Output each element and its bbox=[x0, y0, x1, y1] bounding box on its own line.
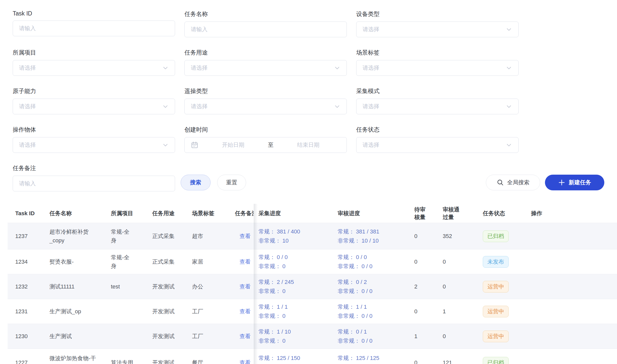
status-badge: 运营中 bbox=[483, 306, 509, 317]
task-id-input[interactable] bbox=[13, 21, 175, 36]
filter-field-teleop-type: 遥操类型 请选择 bbox=[184, 87, 347, 114]
date-range-picker[interactable]: 开始日期 至 结束日期 bbox=[184, 137, 347, 153]
chevron-down-icon bbox=[162, 103, 169, 110]
purpose-select[interactable]: 请选择 bbox=[184, 60, 347, 76]
actions-cell bbox=[531, 327, 565, 346]
table-body: 1237 超市冷鲜柜补货_copy 常规-全身 正式采集 超市 查看 常规： 3… bbox=[8, 223, 617, 364]
collect-progress-cell: 常规： 125 / 150非常规： 0 bbox=[259, 354, 300, 364]
filter-field-atomic-ability: 原子能力 请选择 bbox=[13, 87, 175, 114]
table-row: 1237 超市冷鲜柜补货_copy 常规-全身 正式采集 超市 查看 常规： 3… bbox=[8, 223, 617, 249]
col-header-task-name: 任务名称 bbox=[49, 210, 111, 217]
col-header-scene-tag: 场景标签 bbox=[192, 210, 235, 217]
approved-count-cell: 1 bbox=[443, 308, 446, 315]
pending-count-cell: 0 bbox=[414, 359, 417, 364]
calendar-icon bbox=[191, 141, 198, 149]
filter-field-task-name: 任务名称 bbox=[184, 10, 347, 37]
field-label: 任务状态 bbox=[356, 126, 519, 134]
start-date-placeholder[interactable]: 开始日期 bbox=[201, 141, 265, 149]
collect-progress-cell: 常规： 0 / 0非常规： 0 bbox=[259, 253, 288, 271]
new-task-button[interactable]: 新建任务 bbox=[545, 175, 604, 190]
table-row: 1234 熨烫衣服- 常规-全身 正式采集 家居 查看 常规： 0 / 0非常规… bbox=[8, 249, 617, 274]
task-name-cell: 测试11111 bbox=[49, 282, 75, 291]
filter-field-remark: 任务备注 bbox=[13, 164, 175, 191]
col-header-purpose: 任务用途 bbox=[152, 210, 192, 217]
chevron-down-icon bbox=[162, 142, 169, 148]
project-cell: 常规-全身 bbox=[111, 253, 134, 270]
teleop-type-select[interactable]: 请选择 bbox=[184, 99, 347, 114]
global-search-button[interactable]: 全局搜索 bbox=[486, 175, 540, 190]
date-range-separator: 至 bbox=[265, 141, 276, 149]
chevron-down-icon bbox=[162, 65, 169, 71]
collect-progress-cell: 常规： 1 / 1非常规： 0 bbox=[259, 302, 288, 321]
status-badge: 已归档 bbox=[483, 357, 509, 364]
chevron-down-icon bbox=[506, 142, 512, 148]
scene-tag-cell: 餐厅 bbox=[192, 359, 203, 364]
task-id-cell: 1230 bbox=[15, 333, 28, 340]
purpose-cell: 正式采集 bbox=[152, 232, 175, 240]
project-select[interactable]: 请选择 bbox=[13, 60, 175, 76]
view-remark-link[interactable]: 查看 bbox=[239, 258, 251, 266]
task-name-input[interactable] bbox=[184, 22, 347, 37]
view-remark-link[interactable]: 查看 bbox=[239, 308, 251, 315]
project-cell: 算法专用 bbox=[111, 358, 133, 364]
task-id-cell: 1227 bbox=[15, 359, 28, 364]
actions-cell bbox=[531, 277, 565, 296]
filter-field-task-id: Task ID bbox=[13, 10, 175, 37]
filter-form: Task ID 任务名称 设备类型 请选择 所属项目 请选择 任务用途 请选择 … bbox=[0, 0, 617, 153]
task-status-select[interactable]: 请选择 bbox=[356, 137, 519, 153]
col-header-task-id: Task ID bbox=[8, 210, 49, 217]
collect-progress-cell: 常规： 381 / 400非常规： 10 bbox=[259, 227, 300, 245]
scene-tag-cell: 工厂 bbox=[192, 333, 203, 340]
field-label: 所属项目 bbox=[13, 49, 175, 57]
review-progress-cell: 常规： 0 / 0非常规： 0 / 0 bbox=[338, 253, 372, 271]
col-header-remark: 任务备注 bbox=[235, 210, 259, 217]
actions-cell bbox=[531, 227, 565, 246]
task-name-cell: 生产测试_op bbox=[49, 307, 81, 316]
review-progress-cell: 常规： 125 / 125非常规： 0 / 0 bbox=[338, 354, 379, 364]
object-select[interactable]: 请选择 bbox=[13, 137, 175, 153]
collect-progress-cell: 常规： 1 / 10非常规： 0 bbox=[259, 327, 291, 345]
task-name-cell: 熨烫衣服- bbox=[49, 258, 74, 266]
table-row: 1231 生产测试_op 开发测试 工厂 查看 常规： 1 / 1非常规： 0 … bbox=[8, 299, 617, 324]
task-remark-input[interactable] bbox=[13, 176, 175, 191]
review-progress-cell: 常规： 1 / 1非常规： 0 / 0 bbox=[338, 302, 372, 321]
field-label: 任务用途 bbox=[184, 49, 347, 57]
pending-count-cell: 0 bbox=[414, 233, 417, 240]
scene-tag-cell: 工厂 bbox=[192, 308, 203, 315]
task-name-cell: 生产测试 bbox=[49, 332, 72, 341]
purpose-cell: 开发测试 bbox=[152, 283, 175, 290]
field-label: 设备类型 bbox=[356, 10, 519, 18]
review-progress-cell: 常规： 0 / 2非常规： 0 / 0 bbox=[338, 278, 372, 296]
approved-count-cell: 0 bbox=[443, 283, 446, 290]
scene-tag-select[interactable]: 请选择 bbox=[356, 60, 519, 76]
device-type-select[interactable]: 请选择 bbox=[356, 22, 519, 37]
collect-mode-select[interactable]: 请选择 bbox=[356, 99, 519, 114]
task-id-cell: 1232 bbox=[15, 283, 28, 290]
view-remark-link[interactable]: 查看 bbox=[239, 232, 251, 240]
filter-field-task-status: 任务状态 请选择 bbox=[356, 126, 519, 153]
task-table: Task ID 任务名称 所属项目 任务用途 场景标签 任务备注 采集进度 审核… bbox=[8, 204, 617, 364]
search-button[interactable]: 搜索 bbox=[181, 175, 211, 190]
filter-field-create-time: 创建时间 开始日期 至 结束日期 bbox=[184, 126, 347, 153]
table-header-row: Task ID 任务名称 所属项目 任务用途 场景标签 任务备注 采集进度 审核… bbox=[8, 204, 617, 223]
review-progress-cell: 常规： 0 / 1非常规： 0 / 0 bbox=[338, 327, 372, 345]
col-header-review: 审核进度 bbox=[338, 210, 414, 217]
atomic-ability-select[interactable]: 请选择 bbox=[13, 99, 175, 114]
purpose-cell: 正式采集 bbox=[152, 258, 175, 266]
filter-field-device-type: 设备类型 请选择 bbox=[356, 10, 519, 37]
purpose-cell: 开发测试 bbox=[152, 359, 175, 364]
field-label: 创建时间 bbox=[184, 126, 347, 134]
purpose-cell: 开发测试 bbox=[152, 333, 175, 340]
reset-button[interactable]: 重置 bbox=[217, 175, 246, 190]
end-date-placeholder[interactable]: 结束日期 bbox=[276, 141, 340, 149]
view-remark-link[interactable]: 查看 bbox=[239, 333, 251, 340]
review-progress-cell: 常规： 381 / 381非常规： 10 / 10 bbox=[338, 227, 379, 245]
field-label: 操作物体 bbox=[13, 126, 175, 134]
view-remark-link[interactable]: 查看 bbox=[239, 359, 251, 364]
col-header-collect: 采集进度 bbox=[259, 210, 338, 217]
table-row: 1230 生产测试 开发测试 工厂 查看 常规： 1 / 10非常规： 0 常规… bbox=[8, 324, 617, 349]
approved-count-cell: 0 bbox=[443, 333, 446, 340]
pending-count-cell: 0 bbox=[414, 308, 417, 315]
status-badge: 运营中 bbox=[483, 331, 509, 342]
view-remark-link[interactable]: 查看 bbox=[239, 283, 251, 290]
